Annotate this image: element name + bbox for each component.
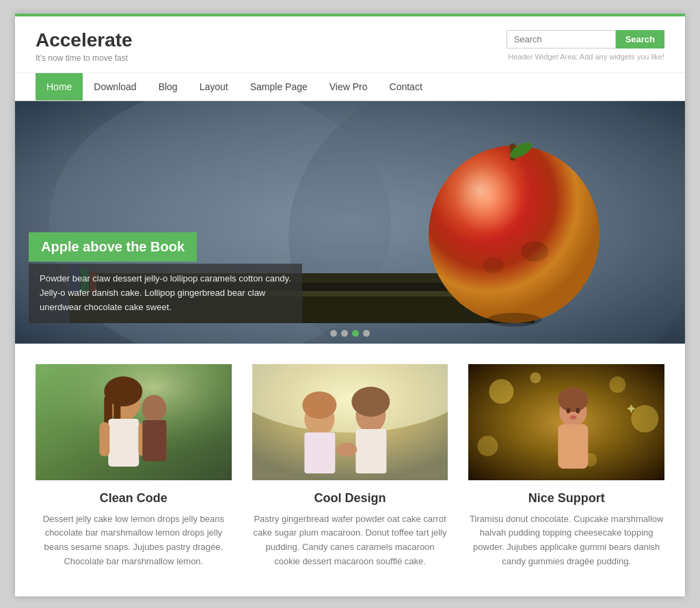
svg-point-36	[336, 443, 357, 456]
feature-photo-3	[468, 364, 664, 480]
nav-list: Home Download Blog Layout Sample Page Vi…	[36, 73, 664, 100]
svg-point-34	[351, 387, 390, 417]
site-tagline: It's now time to move fast	[36, 53, 133, 63]
svg-point-39	[610, 376, 626, 393]
slider-dot-3[interactable]	[352, 330, 359, 337]
page-wrapper: Accelerate It's now time to move fast Se…	[15, 14, 685, 596]
svg-point-29	[252, 364, 448, 432]
site-branding: Accelerate It's now time to move fast	[36, 29, 133, 63]
svg-rect-24	[99, 422, 109, 456]
svg-rect-27	[142, 420, 166, 461]
feature-desc-3: Tiramisu donut chocolate. Cupcake marshm…	[468, 512, 664, 569]
nav-item-layout[interactable]: Layout	[189, 73, 239, 100]
svg-rect-23	[108, 419, 139, 467]
feature-image-3	[468, 364, 664, 480]
feature-image-1	[36, 364, 232, 480]
feature-image-2	[252, 364, 448, 480]
nav-item-sample-page[interactable]: Sample Page	[239, 73, 319, 100]
svg-point-46	[558, 387, 589, 412]
slider-dot-4[interactable]	[363, 330, 370, 337]
svg-point-43	[530, 372, 541, 383]
nav-item-download[interactable]: Download	[83, 73, 147, 100]
feature-desc-2: Pastry gingerbread wafer powder oat cake…	[252, 512, 448, 569]
site-header: Accelerate It's now time to move fast Se…	[15, 16, 685, 72]
svg-point-13	[483, 257, 504, 273]
slider-dot-2[interactable]	[341, 330, 348, 337]
site-nav: Home Download Blog Layout Sample Page Vi…	[15, 72, 685, 101]
svg-point-50	[570, 415, 577, 419]
svg-point-38	[489, 379, 514, 404]
svg-rect-32	[304, 432, 335, 473]
svg-rect-35	[355, 429, 386, 473]
svg-rect-47	[558, 424, 589, 469]
nav-item-home[interactable]: Home	[36, 73, 83, 100]
hero-slide-description: Powder bear claw dessert jelly-o lollipo…	[29, 264, 302, 322]
header-widget-text: Header Widget Area: Add any widgets you …	[508, 53, 664, 61]
feature-title-2: Cool Design	[314, 491, 386, 506]
svg-point-16	[487, 313, 541, 327]
slider-dots	[330, 330, 370, 337]
nav-item-contact[interactable]: Contact	[379, 73, 433, 100]
search-form[interactable]: Search	[507, 30, 664, 49]
features-section: Clean Code Dessert jelly cake low lemon …	[15, 344, 685, 596]
nav-item-blog[interactable]: Blog	[148, 73, 189, 100]
feature-desc-1: Dessert jelly cake low lemon drops jelly…	[36, 512, 232, 569]
hero-slider: Apple above the Book Powder bear claw de…	[15, 101, 685, 344]
svg-point-49	[576, 408, 580, 413]
svg-point-48	[567, 408, 571, 413]
hero-slide-title: Apple above the Book	[29, 232, 197, 262]
feature-title-1: Clean Code	[100, 491, 167, 506]
site-title: Accelerate	[36, 29, 133, 52]
feature-col-1: Clean Code Dessert jelly cake low lemon …	[36, 364, 232, 569]
feature-col-3: Nice Support Tiramisu donut chocolate. C…	[468, 364, 664, 569]
search-input[interactable]	[507, 30, 616, 49]
nav-item-view-pro[interactable]: View Pro	[319, 73, 379, 100]
feature-photo-1	[36, 364, 232, 480]
feature-col-2: Cool Design Pastry gingerbread wafer pow…	[252, 364, 448, 569]
svg-point-12	[521, 241, 548, 262]
feature-title-3: Nice Support	[528, 491, 605, 506]
feature-photo-2	[252, 364, 448, 480]
svg-point-41	[478, 436, 498, 456]
svg-point-26	[142, 395, 166, 422]
svg-point-31	[302, 391, 336, 419]
header-right: Search Header Widget Area: Add any widge…	[507, 30, 664, 61]
svg-point-11	[429, 146, 600, 323]
slider-dot-1[interactable]	[330, 330, 337, 337]
svg-point-40	[632, 405, 659, 432]
search-button[interactable]: Search	[616, 30, 664, 49]
